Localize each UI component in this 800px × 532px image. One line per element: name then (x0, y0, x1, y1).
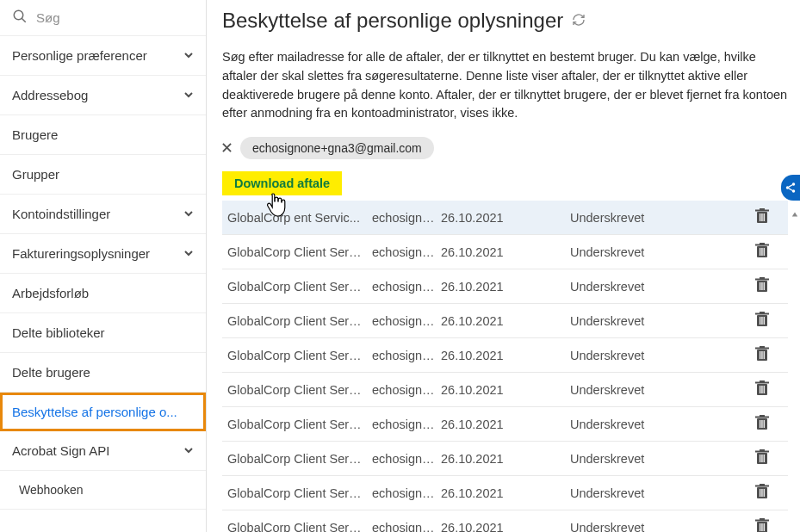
table-row[interactable]: GlobalCorp Client Servic...echosigno...2… (222, 476, 788, 510)
trash-icon (755, 346, 769, 364)
table-row[interactable]: GlobalCorp Client Servic...echosigno...2… (222, 442, 788, 476)
sidebar-item-10[interactable]: Acrobat Sign API (0, 431, 206, 471)
trash-icon (755, 449, 769, 467)
table-row[interactable]: GlobalCorp ent Servic...echosigno...26.1… (222, 201, 788, 235)
svg-rect-61 (760, 523, 760, 531)
delete-button[interactable] (708, 380, 783, 399)
refresh-icon[interactable] (572, 13, 586, 29)
sidebar-item-label: Personlige præferencer (12, 48, 147, 63)
svg-rect-21 (764, 282, 765, 290)
agreement-name: GlobalCorp Client Servic... (227, 418, 372, 431)
sidebar-item-7[interactable]: Delte biblioteker (0, 313, 206, 353)
share-widget[interactable] (781, 175, 800, 201)
svg-rect-12 (760, 243, 765, 244)
svg-point-66 (792, 189, 796, 193)
scroll-up-icon[interactable] (791, 210, 799, 219)
sidebar-item-3[interactable]: Grupper (0, 155, 206, 195)
svg-rect-54 (760, 484, 765, 486)
svg-rect-9 (764, 213, 765, 221)
svg-rect-30 (760, 346, 765, 348)
agreement-name: GlobalCorp Client Servic... (227, 383, 372, 397)
svg-rect-13 (760, 248, 760, 256)
svg-rect-50 (761, 455, 762, 462)
agreement-email: echosigno... (372, 314, 441, 328)
sidebar-item-5[interactable]: Faktureringsoplysninger (0, 234, 206, 274)
agreement-status: Underskrevet (570, 314, 708, 328)
svg-rect-31 (760, 351, 760, 359)
svg-rect-55 (760, 489, 760, 497)
sidebar-item-6[interactable]: Arbejdsforløb (0, 274, 206, 313)
search-row[interactable]: Søg (0, 0, 206, 36)
sidebar-item-2[interactable]: Brugere (0, 115, 206, 155)
table-row[interactable]: GlobalCorp Client Servic...echosigno...2… (222, 235, 788, 269)
agreement-email: echosigno... (372, 245, 441, 259)
table-row[interactable]: GlobalCorp Client Servic...echosigno...2… (222, 304, 788, 338)
filter-chip-row: echosignone+gna3@gmail.com (222, 137, 788, 159)
delete-button[interactable] (708, 449, 783, 467)
svg-rect-20 (761, 282, 762, 290)
search-icon (12, 9, 28, 27)
sidebar-item-0[interactable]: Personlige præferencer (0, 36, 206, 76)
table-row[interactable]: GlobalCorp Client Servic...echosigno...2… (222, 373, 788, 407)
svg-rect-15 (764, 248, 765, 256)
table-row[interactable]: GlobalCorp Client Servic...echosigno...2… (222, 407, 788, 442)
svg-rect-63 (764, 523, 765, 531)
delete-button[interactable] (708, 484, 783, 502)
scrollbar[interactable] (791, 210, 799, 520)
agreement-email: echosigno... (372, 521, 441, 533)
agreement-name: GlobalCorp Client Servic... (227, 486, 372, 500)
agreement-status: Underskrevet (570, 452, 708, 466)
delete-button[interactable] (708, 415, 783, 433)
trash-icon (755, 208, 769, 226)
agreement-name: GlobalCorp ent Servic... (227, 211, 372, 225)
agreement-date: 26.10.2021 (441, 418, 570, 431)
agreement-status: Underskrevet (570, 349, 708, 362)
agreement-date: 26.10.2021 (441, 383, 570, 397)
sidebar-item-4[interactable]: Kontoindstillinger (0, 195, 206, 234)
download-agreement-button[interactable]: Download aftale (222, 171, 342, 195)
delete-button[interactable] (708, 312, 783, 330)
delete-button[interactable] (708, 346, 783, 364)
agreements-table: GlobalCorp ent Servic...echosigno...26.1… (222, 201, 788, 532)
svg-line-1 (22, 18, 26, 22)
sidebar-item-9[interactable]: Beskyttelse af personlige o... (0, 393, 206, 431)
svg-rect-18 (760, 277, 765, 279)
svg-rect-6 (760, 208, 765, 210)
email-filter-chip[interactable]: echosignone+gna3@gmail.com (240, 137, 434, 159)
agreement-email: echosigno... (372, 418, 441, 431)
delete-button[interactable] (708, 277, 783, 295)
svg-rect-44 (761, 420, 762, 428)
table-row[interactable]: GlobalCorp Client Servic...echosigno...2… (222, 338, 788, 373)
table-row[interactable]: GlobalCorp Client Servic...echosigno...2… (222, 269, 788, 304)
main-content: Beskyttelse af personlige oplysninger Sø… (207, 0, 800, 532)
sidebar-item-8[interactable]: Delte brugere (0, 353, 206, 393)
sidebar-item-11[interactable]: Webhooken (0, 471, 206, 510)
search-input[interactable]: Søg (36, 10, 60, 25)
svg-rect-8 (761, 213, 762, 221)
agreement-date: 26.10.2021 (441, 280, 570, 294)
delete-button[interactable] (708, 208, 783, 226)
sidebar-item-label: Kontoindstillinger (12, 207, 110, 221)
sidebar-item-1[interactable]: Addressebog (0, 76, 206, 115)
svg-rect-43 (760, 420, 760, 428)
sidebar-item-label: Delte brugere (12, 365, 90, 380)
agreement-date: 26.10.2021 (441, 452, 570, 466)
agreement-name: GlobalCorp Client Servic... (227, 280, 372, 294)
clear-filter-button[interactable] (222, 141, 232, 155)
delete-button[interactable] (708, 518, 783, 532)
chevron-down-icon (183, 48, 194, 63)
svg-rect-24 (760, 312, 765, 313)
svg-marker-69 (792, 213, 797, 217)
trash-icon (755, 484, 769, 502)
svg-rect-42 (760, 415, 765, 417)
chevron-down-icon (183, 207, 194, 221)
svg-rect-26 (761, 317, 762, 325)
chevron-down-icon (183, 443, 194, 458)
agreement-email: echosigno... (372, 452, 441, 466)
delete-button[interactable] (708, 243, 783, 261)
svg-rect-25 (760, 317, 760, 325)
agreement-name: GlobalCorp Client Servic... (227, 314, 372, 328)
agreement-status: Underskrevet (570, 245, 708, 259)
table-row[interactable]: GlobalCorp Client Servic...echosigno...2… (222, 510, 788, 532)
agreement-status: Underskrevet (570, 486, 708, 500)
